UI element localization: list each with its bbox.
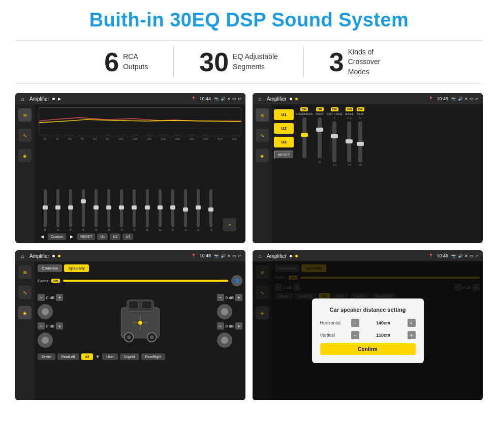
bass-slider[interactable] <box>347 122 351 162</box>
eq-mode-icon[interactable]: ≋ <box>18 108 32 122</box>
screen1-card: ⌂ Amplifier ▶ 📍 10:44 📷 🔊 ✕ ▭ ↩ ≋ ∿ <box>15 93 245 243</box>
phat-thumb[interactable] <box>316 128 323 132</box>
vertical-minus-btn[interactable]: − <box>351 331 359 339</box>
u2-btn-1[interactable]: U2 <box>110 233 120 240</box>
loudness-on[interactable]: ON <box>300 107 308 111</box>
reset-btn-2[interactable]: RESET <box>274 151 294 159</box>
eq-track-0[interactable] <box>44 189 47 227</box>
eq-track-8[interactable] <box>146 189 149 227</box>
next-btn[interactable]: ▶ <box>68 234 75 240</box>
eq-thumb-12[interactable] <box>196 205 201 210</box>
loudness-thumb[interactable] <box>301 133 308 137</box>
speaker-dot-r2 <box>221 337 228 344</box>
amp-eq-icon[interactable]: ≋ <box>256 108 269 122</box>
bass-on[interactable]: ON <box>346 107 353 111</box>
custom-preset-btn[interactable]: Custom <box>48 233 66 240</box>
eq-track-9[interactable] <box>159 189 162 227</box>
copilot-btn[interactable]: Copilot <box>120 353 139 360</box>
fader-track[interactable] <box>63 280 228 282</box>
prev-btn[interactable]: ◀ <box>39 234 46 240</box>
eq-thumb-10[interactable] <box>170 205 175 210</box>
eq-track-13[interactable] <box>209 189 212 227</box>
amp-wave-icon[interactable]: ∿ <box>256 129 269 142</box>
rearleft-btn[interactable]: RearLeft <box>57 353 79 360</box>
u1-btn-2[interactable]: U1 <box>274 109 294 120</box>
eq-track-1[interactable] <box>56 189 59 227</box>
u3-btn-1[interactable]: U3 <box>122 233 133 240</box>
horizontal-minus-btn[interactable]: − <box>351 319 359 327</box>
eq-thumb-3[interactable] <box>81 199 86 203</box>
tab-common[interactable]: Common <box>38 264 62 272</box>
minus-btn-tl[interactable]: − <box>38 294 45 301</box>
spk-eq-icon[interactable]: ≋ <box>18 265 32 279</box>
eq-track-7[interactable] <box>133 189 136 227</box>
eq-track-11[interactable] <box>184 189 187 227</box>
plus-btn-br[interactable]: + <box>235 322 242 330</box>
horizontal-plus-btn[interactable]: + <box>408 319 416 327</box>
eq-track-6[interactable] <box>120 189 123 227</box>
rearright-btn[interactable]: RearRight <box>141 353 166 360</box>
spk-main: Common Specialty Fader ON 👤 <box>35 261 245 400</box>
eq-thumb-1[interactable] <box>55 205 60 210</box>
cutfreq-thumb[interactable] <box>331 134 338 138</box>
minus-btn-tr[interactable]: − <box>217 294 224 301</box>
tab-specialty[interactable]: Specialty <box>64 264 88 272</box>
eq-thumb-9[interactable] <box>158 205 163 210</box>
eq-thumb-13[interactable] <box>208 207 213 212</box>
eq-thumb-0[interactable] <box>43 205 48 210</box>
plus-btn-tl[interactable]: + <box>56 294 63 301</box>
u3-btn-2[interactable]: U3 <box>274 137 294 147</box>
eq-track-10[interactable] <box>171 189 174 227</box>
driver-btn[interactable]: Driver <box>38 353 55 360</box>
eq-thumb-4[interactable] <box>94 205 99 210</box>
eq-track-2[interactable] <box>69 189 72 227</box>
plus-btn-bl[interactable]: + <box>56 322 63 330</box>
sub-on[interactable]: ON <box>357 107 364 111</box>
all-btn[interactable]: All <box>81 353 94 360</box>
minus-btn-bl[interactable]: − <box>38 322 45 330</box>
eq-track-12[interactable] <box>197 189 200 227</box>
loudness-slider[interactable] <box>302 117 306 158</box>
avatar-icon[interactable]: 👤 <box>231 275 242 286</box>
vertical-plus-btn[interactable]: + <box>408 331 416 339</box>
u2-btn-2[interactable]: U2 <box>274 123 294 134</box>
topbar-icons-3: 📷 🔊 ✕ ▭ ↩ <box>214 254 241 258</box>
u1-btn-1[interactable]: U1 <box>97 233 108 240</box>
bass-thumb[interactable] <box>346 139 353 143</box>
sub-thumb[interactable] <box>357 142 364 146</box>
sub-slider[interactable] <box>358 122 362 162</box>
wave-icon-1[interactable]: ∿ <box>18 129 32 142</box>
minus-btn-br[interactable]: − <box>217 322 224 330</box>
eq-thumb-8[interactable] <box>145 205 150 210</box>
eq-slider-9: 0 <box>159 189 162 231</box>
topbar-dot-3b <box>58 255 60 257</box>
eq-track-3[interactable] <box>82 189 85 227</box>
speaker-dot-r1 <box>221 308 228 315</box>
db-ctrl-tl: − 0 dB + <box>38 294 63 301</box>
eq-thumb-5[interactable] <box>106 205 111 210</box>
cutfreq-slider[interactable] <box>332 122 336 162</box>
confirm-btn[interactable]: Confirm <box>320 343 416 355</box>
fader-on-badge[interactable]: ON <box>51 279 60 283</box>
spk-wave-icon[interactable]: ∿ <box>18 286 32 299</box>
spk-speaker-icon[interactable]: ◈ <box>18 306 32 319</box>
cutfreq-label: CUT FREQ <box>327 112 343 115</box>
phat-slider[interactable] <box>318 117 322 158</box>
plus-btn-tr[interactable]: + <box>235 294 242 301</box>
reset-btn-1[interactable]: RESET <box>77 233 95 240</box>
nav-arrow-down[interactable]: ▼ <box>95 354 100 360</box>
expand-btn[interactable]: » <box>223 218 236 231</box>
cutfreq-on[interactable]: ON <box>331 107 338 111</box>
play-icon-1: ▶ <box>58 97 61 101</box>
phat-on[interactable]: ON <box>316 107 324 111</box>
speaker-icon-1[interactable]: ◈ <box>18 149 32 162</box>
eq-thumb-6[interactable] <box>119 205 124 210</box>
amp-speaker-icon[interactable]: ◈ <box>256 149 269 162</box>
eq-track-4[interactable] <box>95 189 98 227</box>
eq-thumb-2[interactable] <box>68 205 73 210</box>
eq-slider-2: 0 <box>69 189 72 231</box>
user-btn-3[interactable]: User <box>102 353 118 360</box>
eq-track-5[interactable] <box>107 189 110 227</box>
eq-thumb-7[interactable] <box>132 205 137 210</box>
eq-thumb-11[interactable] <box>183 207 188 212</box>
